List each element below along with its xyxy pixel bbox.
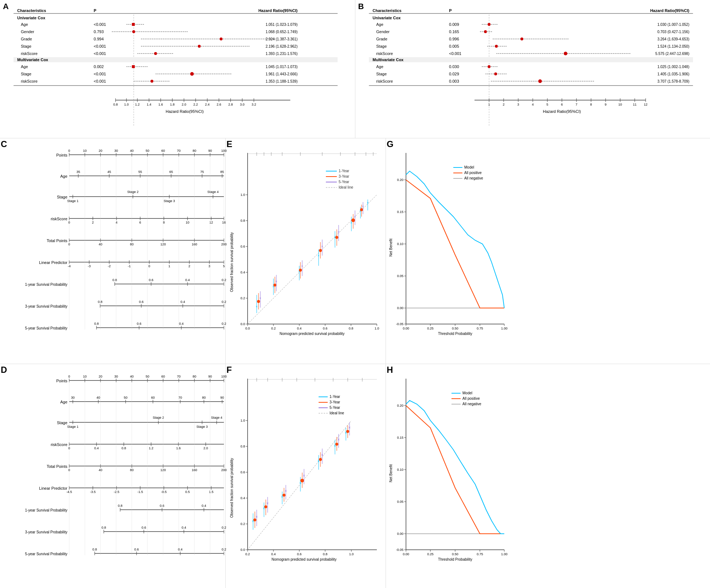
svg-text:riskScore: riskScore [51, 442, 67, 447]
p-stage-a: <0.001 [94, 44, 106, 48]
svg-text:0: 0 [68, 149, 70, 153]
svg-text:0.8: 0.8 [98, 300, 103, 304]
svg-line-538 [248, 421, 351, 550]
svg-text:Stage 1: Stage 1 [67, 199, 78, 203]
svg-text:Ideal line: Ideal line [330, 411, 344, 415]
svg-text:8: 8 [590, 103, 592, 106]
svg-point-48 [488, 23, 490, 26]
svg-text:Stage: Stage [57, 421, 67, 425]
svg-text:0.6: 0.6 [137, 322, 142, 325]
svg-text:Net Benefit: Net Benefit [389, 464, 393, 482]
svg-text:0.25: 0.25 [427, 327, 434, 330]
svg-text:90: 90 [220, 396, 224, 399]
svg-text:40: 40 [96, 396, 100, 399]
svg-text:Stage 2: Stage 2 [127, 190, 138, 194]
svg-text:0.6: 0.6 [134, 548, 139, 551]
panel-e: E 0.0 0.2 0.4 0.6 0.8 1.0 0.0 0.2 0.4 [226, 138, 386, 364]
svg-text:0.8: 0.8 [240, 445, 245, 448]
row-stage-a: Stage [21, 44, 31, 48]
svg-text:0.4: 0.4 [185, 278, 190, 282]
svg-point-567 [283, 494, 285, 497]
svg-text:0.05: 0.05 [397, 274, 403, 278]
svg-text:80: 80 [193, 149, 196, 153]
svg-text:3-Year: 3-Year [330, 400, 340, 404]
svg-text:All positive: All positive [464, 171, 482, 175]
svg-text:×: × [275, 280, 277, 283]
svg-text:Model: Model [464, 165, 474, 169]
svg-point-68 [564, 52, 567, 55]
svg-text:Stage: Stage [376, 72, 387, 76]
svg-text:0.4: 0.4 [182, 526, 186, 529]
svg-text:1.6: 1.6 [158, 103, 163, 106]
svg-text:11: 11 [633, 103, 636, 106]
panel-c-label: C [1, 139, 7, 149]
svg-text:3: 3 [208, 264, 210, 268]
svg-point-316 [319, 249, 322, 252]
svg-text:Univariate Cox: Univariate Cox [372, 16, 401, 20]
svg-text:Nomogram predicted survival pr: Nomogram predicted survival probability [280, 332, 344, 336]
section-univariate-a: Univariate Cox [17, 16, 46, 20]
svg-text:All negative: All negative [464, 176, 483, 180]
svg-text:Age: Age [60, 400, 67, 404]
svg-text:P: P [449, 8, 451, 13]
svg-text:0.005: 0.005 [449, 44, 459, 48]
svg-text:0.703 (0.427-1.156): 0.703 (0.427-1.156) [657, 30, 689, 34]
svg-text:1.0: 1.0 [240, 193, 245, 197]
svg-text:×: × [256, 515, 258, 519]
svg-text:Stage: Stage [376, 44, 387, 48]
ci-gender-a [132, 30, 135, 33]
svg-text:1.030 (1.007-1.052): 1.030 (1.007-1.052) [657, 23, 689, 27]
svg-text:0.6: 0.6 [160, 504, 165, 508]
svg-text:1.2: 1.2 [135, 103, 140, 106]
svg-text:0.4: 0.4 [240, 496, 245, 500]
svg-text:×: × [354, 215, 356, 218]
svg-text:0.165: 0.165 [449, 29, 459, 34]
svg-text:×: × [301, 264, 303, 268]
svg-point-318 [335, 236, 338, 239]
svg-text:10: 10 [618, 103, 622, 106]
svg-text:0.003: 0.003 [449, 79, 459, 83]
svg-text:Stage 1: Stage 1 [67, 425, 78, 429]
svg-text:3.264 (1.639-4.653): 3.264 (1.639-4.653) [657, 37, 689, 41]
panel-f: F 0.2 0.4 0.6 0.8 1.0 0.0 0.2 0.4 0.6 [226, 364, 386, 588]
panel-g-label: G [387, 139, 394, 149]
svg-point-53 [484, 30, 487, 33]
svg-point-312 [273, 284, 276, 287]
svg-text:90: 90 [208, 149, 212, 153]
svg-text:0.8: 0.8 [92, 548, 97, 551]
svg-text:×: × [321, 245, 323, 248]
svg-text:0.2: 0.2 [240, 522, 245, 526]
svg-text:0.25: 0.25 [427, 552, 434, 556]
mhr-age-a: 1.045 (1.017-1.073) [265, 65, 297, 69]
svg-text:30: 30 [71, 396, 75, 399]
svg-text:×: × [317, 254, 319, 257]
svg-text:60: 60 [161, 375, 165, 378]
svg-text:0.2: 0.2 [245, 552, 250, 556]
svg-text:Age: Age [376, 64, 383, 69]
svg-text:×: × [256, 305, 257, 308]
svg-text:0: 0 [68, 375, 70, 378]
svg-text:1-year Survival Probability: 1-year Survival Probability [25, 283, 67, 287]
svg-point-565 [264, 505, 267, 508]
svg-text:Age: Age [376, 22, 383, 27]
svg-text:50: 50 [124, 396, 127, 399]
svg-text:60: 60 [151, 396, 155, 399]
panel-h: H 0.00 0.25 0.50 0.75 1.00 -0.05 0.00 0.… [386, 364, 510, 588]
svg-text:All positive: All positive [462, 396, 480, 400]
svg-text:Multivariate Cox: Multivariate Cox [372, 58, 404, 62]
row-age-a: Age [21, 22, 28, 27]
svg-text:5: 5 [546, 103, 548, 106]
svg-text:1.0: 1.0 [124, 103, 129, 106]
panel-d-nomogram: D Points 0 10 20 30 40 50 60 70 80 90 [0, 364, 226, 588]
svg-rect-70 [369, 57, 693, 62]
panel-a: A Characteristics P Hazard Ratio(95%CI) … [0, 0, 355, 138]
svg-text:Stage 3: Stage 3 [163, 199, 175, 203]
row2-container: C Points 0 10 20 30 40 50 60 70 80 90 [0, 138, 710, 364]
svg-text:-2: -2 [108, 264, 111, 268]
mvp-stage-a: <0.001 [94, 72, 106, 76]
svg-text:1.524 (1.134-2.050): 1.524 (1.134-2.050) [657, 44, 689, 48]
svg-text:4: 4 [532, 103, 533, 106]
p-gender-a: 0.793 [94, 29, 104, 34]
svg-text:1.0: 1.0 [375, 327, 379, 330]
svg-text:70: 70 [178, 396, 182, 399]
